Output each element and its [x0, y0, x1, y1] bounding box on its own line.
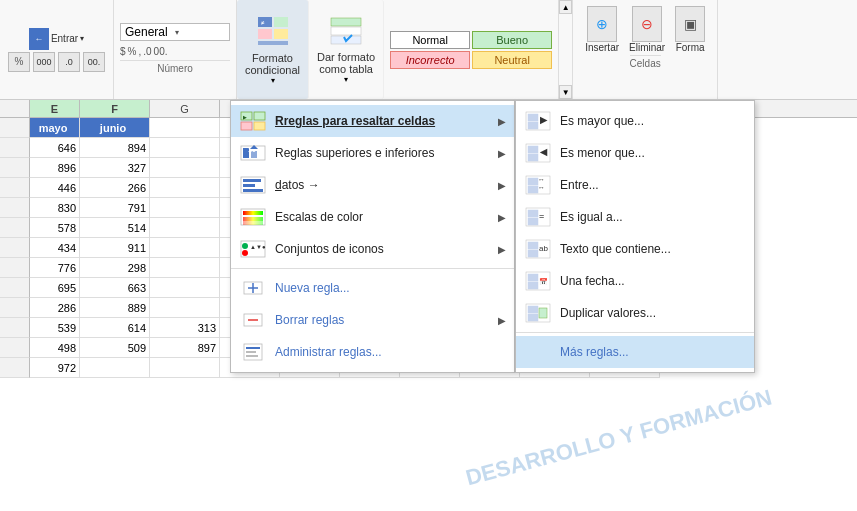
barras-label: datos → — [275, 178, 490, 192]
menu-item-nueva[interactable]: Nueva regla... — [231, 272, 514, 304]
administrar-icon — [239, 341, 267, 363]
escalas-label: Escalas de color — [275, 210, 490, 224]
sub-item-menor[interactable]: ◀ Es menor que... — [516, 137, 754, 169]
celdas-section-label: Celdas — [630, 55, 661, 71]
fecha-label: Una fecha... — [560, 274, 625, 288]
submenu-arrow-icon: ▶ — [498, 212, 506, 223]
svg-rect-58 — [528, 242, 538, 249]
sub-menu-divider — [516, 332, 754, 333]
svg-rect-11 — [241, 122, 252, 130]
submenu-arrow-icon: ▶ — [498, 244, 506, 255]
forma-icon: ▣ — [675, 6, 705, 42]
entre-label: Entre... — [560, 178, 599, 192]
decimal-dec-label: 00. — [154, 46, 168, 57]
superiores-icon: 10 — [239, 142, 267, 164]
administrar-label: Administrar reglas... — [275, 345, 506, 359]
dar-formato-icon — [329, 15, 363, 49]
duplicar-label: Duplicar valores... — [560, 306, 656, 320]
entrar-button[interactable]: ← Entrar ▾ % 000 .0 00. — [6, 26, 107, 74]
row-number — [0, 118, 30, 138]
currency-label: $ — [120, 46, 126, 57]
style-bueno[interactable]: Bueno — [472, 31, 552, 49]
sub-item-mas[interactable]: Más reglas... — [516, 336, 754, 368]
decimal-inc-label: .0 — [143, 46, 151, 57]
svg-rect-24 — [243, 211, 263, 215]
svg-rect-46 — [528, 154, 538, 161]
svg-rect-10 — [254, 112, 265, 120]
menu-item-resaltar[interactable]: ▶ Rreglas para resaltar celdas ▶ — [231, 105, 514, 137]
svg-rect-67 — [528, 314, 538, 321]
header-junio: junio — [80, 118, 150, 138]
sub-item-texto[interactable]: ab Texto que contiene... — [516, 233, 754, 265]
fecha-icon: 📅 — [524, 270, 552, 292]
sub-item-duplicar[interactable]: Duplicar valores... — [516, 297, 754, 329]
mayor-label: Es mayor que... — [560, 114, 644, 128]
dar-formato-label: Dar formato como tabla — [317, 51, 375, 75]
cell-empty[interactable] — [150, 118, 220, 138]
dar-formato-button[interactable]: Dar formato como tabla ▾ — [309, 0, 384, 99]
sub-item-mayor[interactable]: ▶ Es mayor que... — [516, 105, 754, 137]
submenu-arrow-icon: ▶ — [498, 315, 506, 326]
nueva-icon — [239, 277, 267, 299]
svg-text:📅: 📅 — [539, 277, 548, 286]
submenu-arrow-icon: ▶ — [498, 180, 506, 191]
styles-scrollbar[interactable]: ▲ ▼ — [558, 0, 572, 99]
svg-text:▶: ▶ — [540, 115, 548, 125]
svg-text:▶: ▶ — [243, 114, 247, 120]
duplicar-icon — [524, 302, 552, 324]
svg-rect-20 — [243, 179, 261, 182]
style-incorrecto[interactable]: Incorrecto — [390, 51, 470, 69]
style-neutral[interactable]: Neutral — [472, 51, 552, 69]
conjuntos-icon: ▲▼● — [239, 238, 267, 260]
svg-rect-62 — [528, 274, 538, 281]
menu-item-borrar[interactable]: Borrar reglas ▶ — [231, 304, 514, 336]
insertar-button[interactable]: ⊕ Insertar — [581, 4, 623, 55]
borrar-icon — [239, 309, 267, 331]
number-format-dropdown[interactable]: General ▾ — [120, 23, 230, 41]
percent-label: % — [128, 46, 137, 57]
menu-divider — [231, 268, 514, 269]
formato-condicional-icon: ≠ — [255, 14, 291, 50]
svg-text:ab: ab — [539, 244, 548, 253]
svg-rect-42 — [528, 122, 538, 129]
entre-icon: ↔ ↔ — [524, 174, 552, 196]
eliminar-icon: ⊖ — [632, 6, 662, 42]
eliminar-button[interactable]: ⊖ Eliminar — [625, 4, 669, 55]
menu-item-administrar[interactable]: Administrar reglas... — [231, 336, 514, 368]
menu-item-escalas[interactable]: Escalas de color ▶ — [231, 201, 514, 233]
scroll-up-button[interactable]: ▲ — [559, 0, 572, 14]
svg-text:↔: ↔ — [538, 184, 545, 191]
menor-icon: ◀ — [524, 142, 552, 164]
forma-button[interactable]: ▣ Forma — [671, 4, 709, 55]
sub-item-entre[interactable]: ↔ ↔ Entre... — [516, 169, 754, 201]
svg-rect-25 — [243, 217, 263, 221]
submenu-arrow-icon: ▶ — [498, 148, 506, 159]
row-header-space — [0, 100, 30, 117]
svg-rect-12 — [254, 122, 265, 130]
menu-item-superiores[interactable]: 10 Reglas superiores e inferiores ▶ — [231, 137, 514, 169]
mas-icon — [524, 341, 552, 363]
menu-item-barras[interactable]: datos → ▶ — [231, 169, 514, 201]
header-mayo: mayo — [30, 118, 80, 138]
svg-rect-37 — [246, 347, 260, 349]
borrar-label: Borrar reglas — [275, 313, 490, 327]
styles-section: ≠ Formato condicional ▾ Dar formato como… — [237, 0, 573, 99]
col-header-E: E — [30, 100, 80, 117]
col-header-G: G — [150, 100, 220, 117]
menor-label: Es menor que... — [560, 146, 645, 160]
barras-icon — [239, 174, 267, 196]
dropdown-overlay: ▶ Rreglas para resaltar celdas ▶ 10 Regl… — [230, 100, 515, 373]
insertar-icon: ⊕ — [587, 6, 617, 42]
sub-item-igual[interactable]: = Es igual a... — [516, 201, 754, 233]
formato-condicional-button[interactable]: ≠ Formato condicional ▾ — [237, 0, 309, 99]
formato-condicional-label: Formato condicional — [245, 52, 300, 76]
svg-text:▲▼●: ▲▼● — [250, 244, 266, 250]
style-normal[interactable]: Normal — [390, 31, 470, 49]
cell-styles-area: Normal Bueno Incorrecto Neutral — [384, 0, 558, 99]
sub-item-fecha[interactable]: 📅 Una fecha... — [516, 265, 754, 297]
menu-item-conjuntos[interactable]: ▲▼● Conjuntos de iconos ▶ — [231, 233, 514, 265]
mas-label: Más reglas... — [560, 345, 629, 359]
scroll-down-button[interactable]: ▼ — [559, 85, 572, 99]
texto-label: Texto que contiene... — [560, 242, 671, 256]
dropdown-arrow-icon: ▾ — [175, 28, 225, 37]
